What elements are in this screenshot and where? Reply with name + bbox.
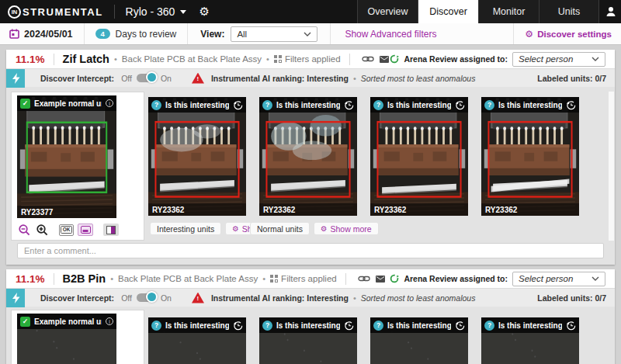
thumbnail-header: ? Is this interesting? <box>370 97 468 113</box>
bullet: • <box>353 74 356 83</box>
filters-applied-button[interactable]: Filters applied <box>274 54 341 64</box>
history-icon[interactable] <box>566 321 576 331</box>
example-unit-image[interactable]: ✓ Example normal unit i RY23377 <box>17 95 116 218</box>
info-icon[interactable]: i <box>106 99 113 107</box>
unit-thumbnail[interactable]: ? Is this interesting? RY23362 <box>481 97 579 216</box>
off-label: Off <box>121 293 132 303</box>
defect-rate: 11.1% <box>16 54 45 65</box>
intercept-bolt-icon[interactable] <box>6 69 25 88</box>
check-icon: ✓ <box>20 99 30 109</box>
split-view-button[interactable] <box>103 224 119 236</box>
show-advanced-filters-link[interactable]: Show Advanced filters <box>345 29 436 40</box>
ok-overlay-button[interactable]: OK <box>59 224 74 236</box>
view-selected-value: All <box>237 29 247 39</box>
calendar-icon <box>9 29 19 39</box>
ai-ranking-sort-note: Sorted most to least anomalous <box>361 74 476 83</box>
discover-settings-button[interactable]: ⚙ Discover settings <box>525 29 612 40</box>
card-header: 11.1% B2B Pin • Back Plate PCB at Back P… <box>6 269 615 288</box>
mail-icon[interactable] <box>380 56 389 63</box>
project-name: Rylo - 360 <box>126 5 175 18</box>
tab-units[interactable]: Units <box>539 0 599 23</box>
mail-icon[interactable] <box>376 276 385 283</box>
zoom-out-button[interactable] <box>17 223 31 237</box>
tab-discover[interactable]: Discover <box>418 0 478 23</box>
intercept-toggle[interactable] <box>137 293 156 302</box>
view-select[interactable]: All <box>231 26 317 42</box>
show-more-normal-button[interactable]: ⚙ Show more <box>314 222 379 235</box>
zoom-in-button[interactable] <box>35 223 49 237</box>
warning-icon: ! <box>192 73 204 84</box>
divider <box>345 273 346 285</box>
user-icon[interactable] <box>605 5 617 21</box>
labeled-units-counter: Labeled units: 0/7 <box>537 74 606 83</box>
gear-icon: ⚙ <box>232 224 239 233</box>
days-to-review: 4 Days to review <box>95 29 177 40</box>
labeled-units-counter: Labeled units: 0/7 <box>537 293 606 303</box>
card-subheader: Discover Intercept: Off On ! Instrumenta… <box>6 288 615 307</box>
card-header: 11.1% Zif Latch • Back Plate PCB at Back… <box>6 50 615 68</box>
history-icon[interactable] <box>455 321 465 331</box>
assignee-select[interactable]: Select person <box>512 52 605 67</box>
defect-card-b2b-pin: 11.1% B2B Pin • Back Plate PCB at Back P… <box>6 269 615 364</box>
thumbnail-header: ? Is this interesting? <box>481 317 579 333</box>
example-image-header: ✓ Example normal unit i <box>17 314 116 329</box>
off-label: Off <box>121 74 132 83</box>
nav-divider <box>114 5 115 19</box>
project-selector[interactable]: Rylo - 360 <box>126 5 187 18</box>
unit-thumbnail[interactable]: ? Is this interesting? <box>370 317 468 364</box>
unit-photo <box>481 97 579 216</box>
unit-thumbnail[interactable]: ? Is this interesting? <box>481 317 579 364</box>
unit-serial: RY23362 <box>259 203 357 216</box>
ai-ranking-label: Instrumental AI ranking: Interesting <box>211 74 349 83</box>
thumbnail-header: ? Is this interesting? <box>259 317 357 333</box>
intercept-toggle[interactable] <box>137 74 156 82</box>
defect-rate: 11.1% <box>16 273 45 285</box>
filters-icon <box>274 55 282 63</box>
example-unit-image[interactable]: ✓ Example normal unit i <box>17 314 116 364</box>
info-icon[interactable]: i <box>106 317 113 325</box>
filter-bar: 2024/05/01 4 Days to review View: All Sh… <box>0 23 621 45</box>
gear-icon[interactable]: ⚙ <box>199 5 209 19</box>
history-icon[interactable] <box>233 321 243 331</box>
defect-name: B2B Pin <box>63 272 106 285</box>
tab-monitor[interactable]: Monitor <box>478 0 539 23</box>
filters-applied-button[interactable]: Filters applied <box>270 274 337 283</box>
divider <box>84 23 85 44</box>
assignee-select[interactable]: Select person <box>512 272 605 286</box>
assignee-value: Select person <box>519 54 573 64</box>
days-count-badge: 4 <box>95 29 110 39</box>
divider <box>187 23 188 44</box>
link-icon[interactable] <box>362 55 374 63</box>
unit-thumbnail[interactable]: ? Is this interesting? RY23362 <box>370 97 468 216</box>
is-interesting-label: Is this interesting? <box>498 321 562 330</box>
tab-overview[interactable]: Overview <box>357 0 418 23</box>
date-picker[interactable]: 2024/05/01 <box>9 29 73 40</box>
question-badge: ? <box>151 321 161 331</box>
intercept-bolt-icon[interactable] <box>6 289 25 307</box>
history-icon[interactable] <box>455 100 465 110</box>
history-icon[interactable] <box>233 100 243 110</box>
link-icon[interactable] <box>358 275 370 283</box>
unit-thumbnail[interactable]: ? Is this interesting? RY23362 <box>259 97 357 216</box>
scrollbar-track[interactable] <box>609 92 614 241</box>
intercept-label: Discover Intercept: <box>40 74 114 83</box>
logo-text: STRUMENTAL <box>23 6 103 18</box>
is-interesting-label: Is this interesting? <box>276 101 340 109</box>
unit-thumbnail[interactable]: ? Is this interesting? <box>259 317 357 364</box>
example-label: Example normal unit <box>34 317 102 326</box>
comment-input[interactable] <box>17 243 604 258</box>
bullet: • <box>353 293 356 303</box>
on-label: On <box>161 74 172 83</box>
history-icon[interactable] <box>344 100 354 110</box>
filters-applied-label: Filters applied <box>281 274 337 283</box>
filters-icon <box>270 275 278 283</box>
history-icon[interactable] <box>566 100 576 110</box>
unit-thumbnail[interactable]: ? Is this interesting? RY23362 <box>148 97 246 216</box>
card-subheader: Discover Intercept: Off On ! Instrumenta… <box>6 68 615 87</box>
unit-thumbnail[interactable]: ? Is this interesting? <box>148 317 246 364</box>
defect-location: Back Plate PCB at Back Plate Assy <box>122 54 262 64</box>
check-icon: ✓ <box>20 317 30 327</box>
on-label: On <box>161 293 172 303</box>
history-icon[interactable] <box>344 321 354 331</box>
bounding-box-toggle-button[interactable] <box>78 224 93 236</box>
